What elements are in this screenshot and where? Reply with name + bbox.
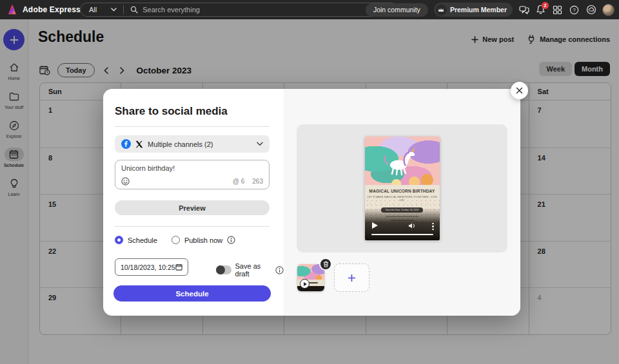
feedback-chat-icon[interactable] <box>518 5 529 15</box>
x-twitter-icon <box>135 140 143 148</box>
emoji-icon[interactable] <box>121 177 130 186</box>
caption-text: Unicorn birthday! <box>121 164 175 172</box>
search-icon <box>130 6 138 14</box>
facebook-icon <box>121 139 131 149</box>
svg-text:?: ? <box>573 7 575 13</box>
unicorn-artwork <box>365 137 440 185</box>
info-icon[interactable] <box>227 236 235 244</box>
channel-selector-value: Multiple channels (2) <box>148 140 213 148</box>
preview-button[interactable]: Preview <box>115 200 270 215</box>
divider <box>115 126 270 127</box>
info-icon[interactable] <box>275 266 284 274</box>
save-as-draft-toggle[interactable] <box>216 265 231 274</box>
save-as-draft-label: Save as draft <box>235 262 271 278</box>
post-preview-panel: MAGICAL UNICORN BIRTHDAY LET'S MAKE MAGI… <box>284 89 520 316</box>
publish-now-label: Publish now <box>184 236 222 244</box>
apps-grid-icon[interactable] <box>552 5 563 15</box>
premium-member-label: Premium Member <box>450 6 507 14</box>
character-count: 263 <box>252 178 263 185</box>
schedule-submit-button[interactable]: Schedule <box>113 285 271 302</box>
adobe-express-logo-icon[interactable] <box>6 4 18 15</box>
help-icon[interactable]: ? <box>569 5 580 15</box>
schedule-radio[interactable] <box>115 236 123 244</box>
mention-count: @ 6 <box>233 178 245 185</box>
search-scope-value: All <box>89 6 97 14</box>
notification-badge: 2 <box>542 2 549 9</box>
search-scope-dropdown[interactable]: All <box>81 3 123 16</box>
brand-name: Adobe Express <box>23 5 81 14</box>
premium-member-button[interactable]: Premium Member <box>434 3 513 17</box>
date-picker-icon[interactable] <box>175 263 182 271</box>
trash-icon <box>323 261 329 267</box>
datetime-input[interactable]: 10/18/2023, 10:25 <box>115 258 188 276</box>
video-controls <box>365 208 440 240</box>
notifications-bell-icon[interactable]: 2 <box>535 5 546 15</box>
more-options-icon[interactable] <box>432 223 434 231</box>
publish-mode-group: Schedule Publish now <box>115 236 235 244</box>
chevron-down-icon <box>257 142 263 146</box>
close-button[interactable] <box>511 82 528 99</box>
plus-icon <box>348 274 356 282</box>
media-preview-area: MAGICAL UNICORN BIRTHDAY LET'S MAKE MAGI… <box>297 124 507 253</box>
chevron-down-icon <box>111 8 117 12</box>
video-preview-card[interactable]: MAGICAL UNICORN BIRTHDAY LET'S MAKE MAGI… <box>365 137 440 240</box>
video-play-badge-icon <box>300 279 310 289</box>
volume-icon[interactable] <box>408 222 416 229</box>
caption-field[interactable]: Unicorn birthday! @ 6 263 <box>115 160 270 189</box>
datetime-value: 10/18/2023, 10:25 <box>121 263 175 271</box>
schedule-radio-label: Schedule <box>128 236 157 244</box>
video-progress-bar[interactable] <box>371 234 433 236</box>
channel-selector[interactable]: Multiple channels (2) <box>115 135 270 153</box>
play-icon[interactable] <box>372 222 378 229</box>
video-subtitle: LET'S MAKE MAGICAL MEMORIES TOGETHER, JO… <box>365 195 440 202</box>
join-community-button[interactable]: Join community <box>366 3 428 17</box>
share-form: Share to social media Multiple channels … <box>103 89 284 316</box>
add-media-button[interactable] <box>334 263 369 292</box>
top-bar: Adobe Express All Join community Premium… <box>0 0 619 19</box>
divider <box>115 226 270 227</box>
video-title: MAGICAL UNICORN BIRTHDAY <box>365 189 440 193</box>
search-input[interactable] <box>142 6 336 14</box>
search-bar: All <box>80 3 398 17</box>
crown-icon <box>436 5 447 15</box>
modal-title: Share to social media <box>115 105 228 118</box>
delete-media-button[interactable] <box>319 258 332 271</box>
close-icon <box>516 87 523 94</box>
creative-cloud-icon[interactable] <box>585 5 596 15</box>
user-avatar[interactable] <box>602 4 614 16</box>
share-modal: Share to social media Multiple channels … <box>103 89 520 316</box>
publish-now-radio[interactable] <box>172 236 180 244</box>
